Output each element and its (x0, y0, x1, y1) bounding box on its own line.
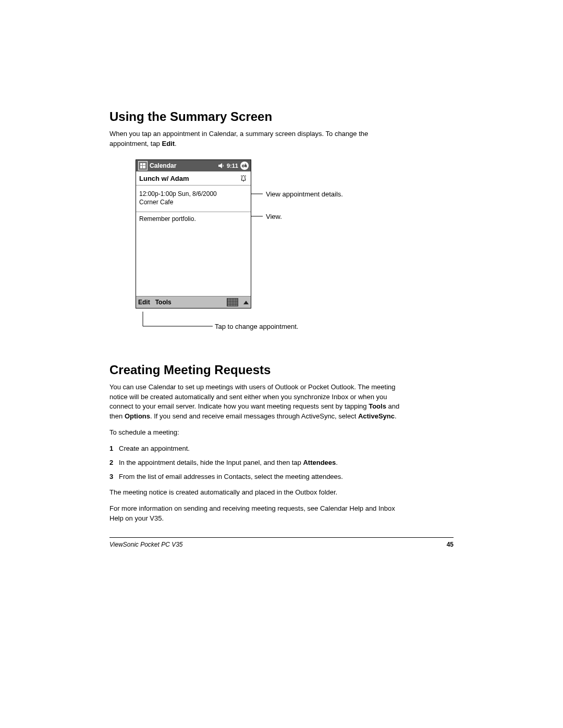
step-text: From the list of email addresses in Cont… (119, 473, 343, 480)
page-number: 45 (447, 541, 454, 548)
figure-summary-screen: Calendar 9:11 ok Lunch w/ Adam (136, 159, 480, 347)
svg-line-4 (241, 176, 242, 176)
steps-list: 1Create an appointment. 2In the appointm… (109, 444, 412, 482)
pocketpc-screenshot: Calendar 9:11 ok Lunch w/ Adam (136, 159, 251, 309)
text-bold-attendees: Attendees (303, 459, 336, 466)
callout-notes: View. (266, 213, 282, 220)
list-item: 1Create an appointment. (109, 444, 412, 454)
keyboard-icon[interactable] (227, 298, 238, 306)
callout-details: View appointment details. (266, 190, 343, 198)
paragraph-summary-intro: When you tap an appointment in Calendar,… (109, 129, 407, 149)
menubar: Edit Tools (136, 296, 251, 308)
step-text: In the appointment details, hide the Inp… (119, 459, 303, 466)
callout-edit: Tap to change appointment. (215, 323, 298, 330)
text: . (175, 140, 177, 147)
appointment-location: Corner Cafe (139, 198, 248, 206)
text-bold-options: Options (125, 412, 150, 420)
step-text: Create an appointment. (119, 445, 190, 452)
ok-button[interactable]: ok (240, 162, 249, 170)
menu-tools[interactable]: Tools (155, 299, 172, 306)
text-bold-edit: Edit (162, 140, 175, 147)
appointment-subject: Lunch w/ Adam (139, 175, 189, 182)
heading-meeting-requests: Creating Meeting Requests (109, 363, 454, 377)
step-number: 3 (109, 472, 113, 482)
text-bold-tools: Tools (369, 402, 386, 410)
svg-line-5 (245, 176, 246, 176)
text: When you tap an appointment in Calendar,… (109, 130, 368, 147)
speaker-icon[interactable] (217, 162, 225, 169)
paragraph-outbox: The meeting notice is created automatica… (109, 488, 407, 498)
step-text: . (336, 459, 338, 466)
app-title: Calendar (150, 162, 176, 169)
step-number: 2 (109, 458, 113, 468)
list-item: 2In the appointment details, hide the In… (109, 458, 412, 468)
appointment-notes: Remember portfolio. (136, 212, 251, 296)
start-flag-icon[interactable] (138, 161, 148, 170)
page-footer: ViewSonic Pocket PC V35 45 (109, 537, 454, 548)
appointment-details: 12:00p-1:00p Sun, 8/6/2000 Corner Cafe (136, 186, 251, 212)
text-bold-activesync: ActiveSync (358, 412, 395, 420)
appointment-subject-row: Lunch w/ Adam (136, 171, 251, 186)
list-item: 3From the list of email addresses in Con… (109, 472, 412, 482)
clock-time: 9:11 (227, 163, 238, 169)
menu-edit[interactable]: Edit (138, 299, 150, 306)
notes-text: Remember portfolio. (139, 215, 196, 223)
footer-product: ViewSonic Pocket PC V35 (109, 541, 183, 548)
text-schedule-intro: To schedule a meeting: (109, 428, 407, 438)
text: . (395, 412, 397, 420)
heading-summary-screen: Using the Summary Screen (109, 109, 454, 124)
text: . If you send and receive email messages… (150, 412, 358, 420)
paragraph-meeting-intro: You can use Calendar to set up meetings … (109, 382, 407, 422)
text: You can use Calendar to set up meetings … (109, 383, 395, 411)
paragraph-more-info: For more information on sending and rece… (109, 504, 407, 524)
reminder-bell-icon[interactable] (239, 175, 248, 183)
input-panel-up-icon[interactable] (243, 301, 249, 304)
titlebar: Calendar 9:11 ok (136, 160, 251, 171)
appointment-time-date: 12:00p-1:00p Sun, 8/6/2000 (139, 190, 248, 198)
step-number: 1 (109, 444, 113, 454)
